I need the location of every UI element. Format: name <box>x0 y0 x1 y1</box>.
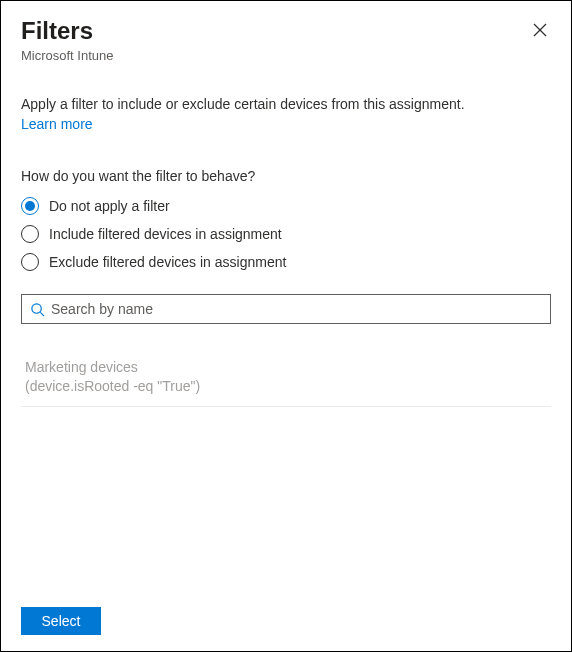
close-icon <box>533 23 547 37</box>
radio-exclude[interactable]: Exclude filtered devices in assignment <box>21 248 551 276</box>
radio-icon <box>21 253 39 271</box>
radio-icon <box>21 225 39 243</box>
radio-include[interactable]: Include filtered devices in assignment <box>21 220 551 248</box>
behavior-prompt: How do you want the filter to behave? <box>21 168 551 184</box>
header-text-block: Filters Microsoft Intune <box>21 17 114 63</box>
filter-list-item[interactable]: Marketing devices (device.isRooted -eq "… <box>21 352 551 407</box>
radio-label: Include filtered devices in assignment <box>49 226 282 242</box>
svg-line-3 <box>40 312 44 316</box>
close-button[interactable] <box>529 19 551 44</box>
radio-do-not-apply[interactable]: Do not apply a filter <box>21 192 551 220</box>
radio-label: Do not apply a filter <box>49 198 170 214</box>
select-button[interactable]: Select <box>21 607 101 635</box>
learn-more-link[interactable]: Learn more <box>21 116 93 132</box>
svg-point-2 <box>32 304 41 313</box>
panel-footer: Select <box>1 595 571 651</box>
panel-body[interactable]: Apply a filter to include or exclude cer… <box>1 75 571 595</box>
filter-item-name: Marketing devices <box>25 359 138 375</box>
radio-icon <box>21 197 39 215</box>
search-icon <box>30 302 45 317</box>
panel-subtitle: Microsoft Intune <box>21 48 114 63</box>
filter-results-list: Marketing devices (device.isRooted -eq "… <box>21 352 551 407</box>
filter-mode-radio-group: Do not apply a filter Include filtered d… <box>21 192 551 276</box>
radio-label: Exclude filtered devices in assignment <box>49 254 286 270</box>
spacer <box>21 407 551 595</box>
description-text: Apply a filter to include or exclude cer… <box>21 95 551 115</box>
search-input[interactable] <box>51 301 542 317</box>
panel-title: Filters <box>21 17 114 46</box>
filter-item-rule: (device.isRooted -eq "True") <box>25 377 547 396</box>
panel-header: Filters Microsoft Intune <box>1 1 571 75</box>
search-field-wrapper[interactable] <box>21 294 551 324</box>
